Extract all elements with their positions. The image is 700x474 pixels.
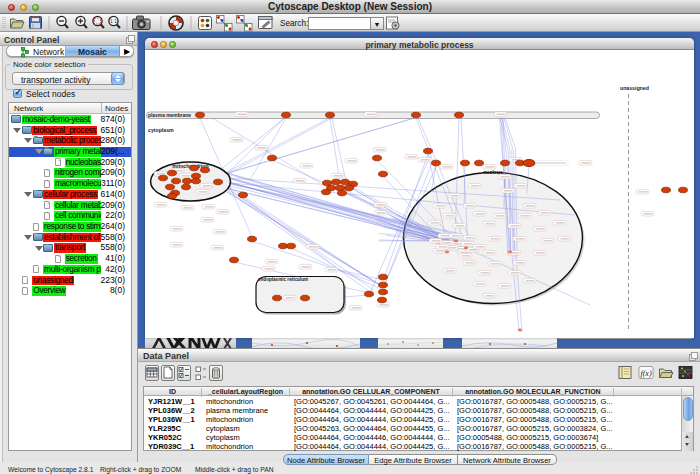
svg-text:1:1: 1:1: [110, 18, 117, 24]
svg-text:plasma membrane: plasma membrane: [148, 113, 191, 118]
svg-text:cytoplasm: cytoplasm: [148, 127, 174, 133]
svg-text:unassigned: unassigned: [620, 85, 649, 91]
svg-text:f(x): f(x): [640, 369, 651, 378]
svg-text:endoplasmic reticulum: endoplasmic reticulum: [258, 277, 308, 282]
svg-text:nucleus: nucleus: [483, 169, 503, 175]
